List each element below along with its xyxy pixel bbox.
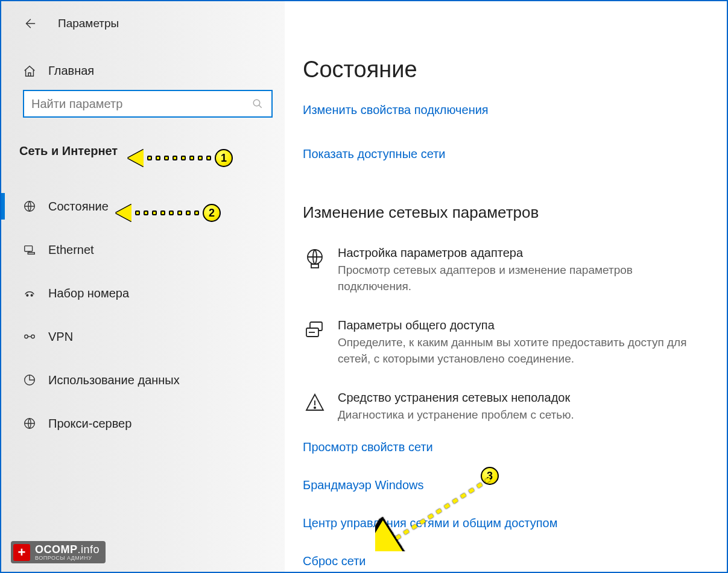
sidebar-item-label: Набор номера [48,286,129,300]
search-icon [252,98,263,109]
sidebar-item-status[interactable]: Состояние [1,185,285,228]
ethernet-icon [23,243,36,256]
option-desc: Диагностика и устранение проблем с сетью… [338,407,574,423]
svg-line-1 [259,105,262,108]
header-row: Параметры [1,1,285,30]
svg-point-6 [27,294,28,296]
sidebar-item-vpn[interactable]: VPN [1,315,285,358]
app-title: Параметры [58,17,119,30]
troubleshoot-icon [303,391,327,415]
sidebar-item-label: Прокси-сервер [48,417,131,431]
search-box[interactable] [23,90,273,118]
link-show-available-networks[interactable]: Показать доступные сети [303,147,709,161]
watermark-suffix: .info [78,543,100,556]
option-title: Параметры общего доступа [338,318,700,332]
sidebar-item-label: VPN [48,330,73,344]
sidebar-item-proxy[interactable]: Прокси-сервер [1,402,285,445]
home-label: Главная [48,64,94,78]
home-nav[interactable]: Главная [1,30,285,78]
option-desc: Определите, к каким данным вы хотите пре… [338,335,700,367]
back-arrow-icon[interactable] [23,17,36,30]
option-title: Средство устранения сетевых неполадок [338,391,574,405]
nav-list: Состояние Ethernet Набор номера VPN [1,185,285,445]
link-change-connection-props[interactable]: Изменить свойства подключения [303,103,709,117]
svg-rect-4 [28,253,34,255]
link-network-reset[interactable]: Сброс сети [303,554,709,568]
link-windows-firewall[interactable]: Брандмауэр Windows [303,478,709,492]
dialup-icon [23,286,36,300]
svg-point-0 [253,100,260,106]
watermark: + OCOMP.info ВОПРОСЫ АДМИНУ [11,541,106,563]
watermark-plus-icon: + [13,544,30,561]
svg-rect-3 [25,246,33,252]
settings-sidebar: Параметры Главная Сеть и Интернет Состоя… [1,1,285,572]
vpn-icon [23,330,36,343]
page-title: Состояние [303,57,709,83]
option-desc: Просмотр сетевых адаптеров и изменение п… [338,262,700,294]
search-input[interactable] [24,97,252,111]
sidebar-item-label: Использование данных [48,373,180,387]
sidebar-item-label: Ethernet [48,243,94,257]
svg-point-8 [25,335,28,338]
sidebar-section-title: Сеть и Интернет [19,144,285,158]
adapter-icon [303,246,327,270]
option-troubleshooter[interactable]: Средство устранения сетевых неполадок Ди… [303,391,709,423]
sidebar-item-ethernet[interactable]: Ethernet [1,228,285,271]
sidebar-item-dialup[interactable]: Набор номера [1,271,285,315]
sidebar-item-label: Состояние [48,200,109,214]
sidebar-item-data-usage[interactable]: Использование данных [1,358,285,402]
link-network-sharing-center[interactable]: Центр управления сетями и общим доступом [303,516,709,530]
globe-icon [23,200,36,213]
sharing-icon [303,318,327,343]
main-content: Состояние Изменить свойства подключения … [285,1,727,572]
option-sharing-settings[interactable]: Параметры общего доступа Определите, к к… [303,318,709,367]
svg-rect-13 [311,264,318,268]
proxy-icon [23,417,36,430]
watermark-brand: OCOMP [35,543,78,556]
svg-point-17 [314,407,315,408]
option-adapter-settings[interactable]: Настройка параметров адаптера Просмотр с… [303,246,709,294]
svg-point-9 [31,335,35,338]
home-icon [23,65,36,78]
data-usage-icon [23,373,36,387]
link-view-network-props[interactable]: Просмотр свойств сети [303,440,709,454]
watermark-tagline: ВОПРОСЫ АДМИНУ [35,555,100,561]
subheader-network-params: Изменение сетевых параметров [303,203,709,222]
option-title: Настройка параметров адаптера [338,246,700,260]
svg-point-7 [31,294,33,296]
